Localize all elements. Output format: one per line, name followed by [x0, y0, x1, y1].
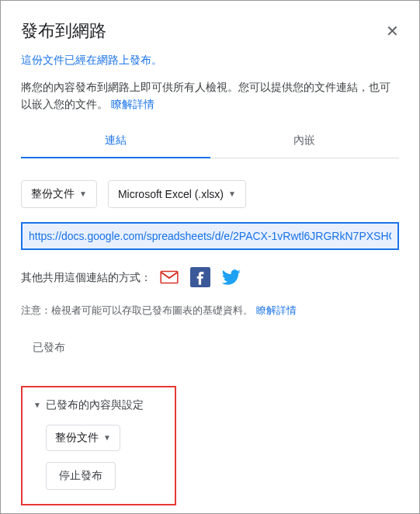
scope-dropdown[interactable]: 整份文件 ▼ [21, 180, 97, 208]
close-icon[interactable]: ✕ [386, 23, 399, 39]
published-status: 這份文件已經在網路上發布。 [21, 54, 399, 68]
format-dropdown-label: Microsoft Excel (.xlsx) [118, 188, 224, 200]
dialog-title: 發布到網路 [21, 19, 106, 43]
learn-more-link[interactable]: 瞭解詳情 [111, 98, 154, 110]
stop-publish-button[interactable]: 停止發布 [46, 462, 116, 490]
tab-embed[interactable]: 內嵌 [210, 124, 400, 158]
settings-scope-dropdown[interactable]: 整份文件 ▼ [46, 425, 120, 451]
published-settings-header[interactable]: ▼ 已發布的內容與設定 [33, 398, 164, 412]
settings-scope-label: 整份文件 [55, 431, 99, 445]
note-text: 注意：檢視者可能可以存取已發布圖表的基礎資料。 [21, 304, 253, 316]
facebook-icon[interactable] [190, 267, 210, 290]
dialog-description: 將您的內容發布到網路上即可供所有人檢視。您可以提供您的文件連結，也可以嵌入您的文… [21, 78, 399, 113]
publish-url-input[interactable] [21, 222, 399, 250]
tab-link[interactable]: 連結 [21, 124, 210, 158]
visibility-note: 注意：檢視者可能可以存取已發布圖表的基礎資料。 瞭解詳情 [21, 304, 399, 318]
gmail-icon[interactable] [159, 267, 179, 290]
tabs: 連結 內嵌 [21, 124, 399, 158]
format-dropdown[interactable]: Microsoft Excel (.xlsx) ▼ [108, 180, 246, 208]
section-title: 已發布的內容與設定 [46, 398, 144, 412]
share-label: 其他共用這個連結的方式： [21, 271, 151, 285]
highlighted-section: ▼ 已發布的內容與設定 整份文件 ▼ 停止發布 [21, 386, 176, 505]
description-text: 將您的內容發布到網路上即可供所有人檢視。您可以提供您的文件連結，也可以嵌入您的文… [21, 81, 390, 110]
scope-dropdown-label: 整份文件 [31, 187, 75, 201]
published-button[interactable]: 已發布 [21, 333, 77, 363]
note-learn-more-link[interactable]: 瞭解詳情 [256, 304, 297, 316]
caret-down-icon: ▼ [103, 433, 111, 442]
caret-down-icon: ▼ [228, 189, 236, 198]
triangle-down-icon: ▼ [33, 401, 41, 409]
caret-down-icon: ▼ [79, 189, 87, 198]
twitter-icon[interactable] [221, 267, 241, 290]
